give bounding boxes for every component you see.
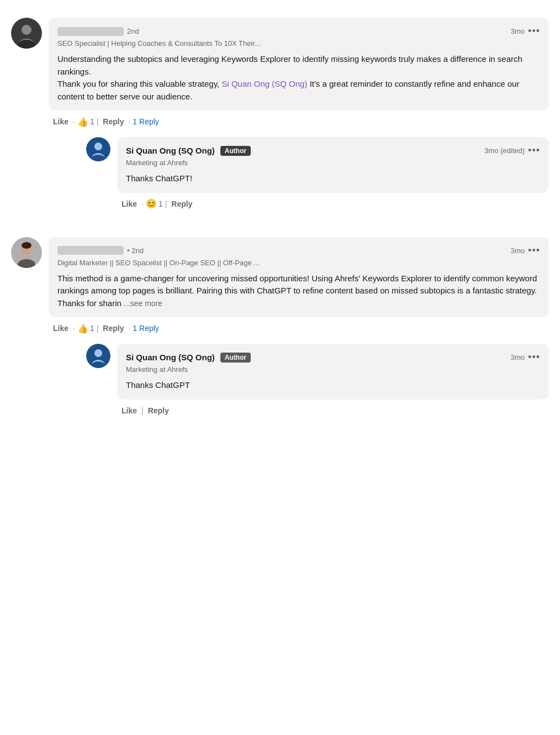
- commenter-name-1: [57, 27, 124, 36]
- timestamp-2: 3mo: [511, 246, 525, 255]
- svg-point-13: [22, 242, 31, 249]
- reply-1-1-bubble: Si Quan Ong (SQ Ong) Author 3mo (edited)…: [117, 137, 549, 193]
- comment-2-body: • 2nd 3mo ••• Digital Marketer || SEO Sp…: [49, 237, 549, 422]
- reaction-count-1: 1: [90, 117, 94, 126]
- comment-text-1: Understanding the subtopics and leveragi…: [57, 53, 540, 103]
- reply-2-1-actions: Like | Reply: [117, 402, 549, 417]
- comments-list: 2nd 3mo ••• SEO Specialist | Helping Coa…: [11, 9, 549, 431]
- reply-1-1: Si Quan Ong (SQ Ong) Author 3mo (edited)…: [86, 130, 549, 215]
- reply-1-1-header: Si Quan Ong (SQ Ong) Author 3mo (edited)…: [126, 145, 540, 156]
- reply-button-1[interactable]: Reply: [101, 116, 126, 127]
- like-button-1[interactable]: Like: [51, 116, 71, 127]
- comment-1-meta: 3mo •••: [511, 25, 540, 37]
- reply-count-1[interactable]: 1 Reply: [133, 117, 159, 126]
- svg-point-15: [94, 349, 102, 357]
- reply-2-1-bubble: Si Quan Ong (SQ Ong) Author 3mo ••• Mark…: [117, 344, 549, 400]
- comment-2-header: • 2nd 3mo •••: [57, 245, 540, 256]
- reaction-emoji-2: 👍: [77, 323, 88, 334]
- author-badge-1-1: Author: [220, 146, 251, 156]
- comment-thread-2: • 2nd 3mo ••• Digital Marketer || SEO Sp…: [11, 228, 549, 431]
- reply-text-1-1: Thanks ChatGPT!: [126, 172, 540, 185]
- see-more-2[interactable]: ...see more: [124, 299, 162, 308]
- reply-1-1-actions: Like · 😊 1 | Reply: [117, 195, 549, 211]
- reaction-reply-1-1: 😊 1: [146, 198, 163, 209]
- headline-2: Digital Marketer || SEO Spacelist || On-…: [57, 259, 540, 267]
- more-options-reply-1-1[interactable]: •••: [528, 145, 540, 156]
- reply-count-2[interactable]: 1 Reply: [133, 324, 159, 333]
- reply-timestamp-1-1: 3mo (edited): [484, 146, 525, 155]
- reply-button-2[interactable]: Reply: [101, 323, 126, 334]
- headline-1: SEO Specialist | Helping Coaches & Consu…: [57, 39, 540, 48]
- reply-headline-2-1: Marketing at Ahrefs: [126, 365, 540, 374]
- comment-2-bubble: • 2nd 3mo ••• Digital Marketer || SEO Sp…: [49, 237, 549, 318]
- avatar-1: [11, 18, 42, 49]
- reaction-2: 👍 1: [77, 323, 94, 334]
- comment-thread-1: 2nd 3mo ••• SEO Specialist | Helping Coa…: [11, 9, 549, 224]
- author-badge-2-1: Author: [220, 353, 251, 363]
- avatar-reply-1-1: [86, 137, 110, 161]
- timestamp-1: 3mo: [511, 27, 525, 35]
- reaction-count-reply-1-1: 1: [159, 200, 163, 208]
- comment-text-2: This method is a game-changer for uncove…: [57, 272, 540, 310]
- replies-2: Si Quan Ong (SQ Ong) Author 3mo ••• Mark…: [86, 337, 549, 422]
- replies-1: Si Quan Ong (SQ Ong) Author 3mo (edited)…: [86, 130, 549, 215]
- like-button-reply-1-1[interactable]: Like: [119, 198, 139, 209]
- mention-1[interactable]: Si Quan Ong (SQ Ong): [221, 79, 307, 88]
- reaction-emoji-reply-1-1: 😊: [146, 198, 157, 209]
- comment-2-meta: 3mo •••: [511, 245, 540, 256]
- more-options-1[interactable]: •••: [528, 25, 540, 37]
- comment-2: • 2nd 3mo ••• Digital Marketer || SEO Sp…: [11, 228, 549, 431]
- reply-2-1-body: Si Quan Ong (SQ Ong) Author 3mo ••• Mark…: [117, 344, 549, 417]
- reply-name-1-1: Si Quan Ong (SQ Ong): [126, 146, 215, 155]
- reaction-emoji-1: 👍: [77, 117, 88, 127]
- like-button-reply-2-1[interactable]: Like: [119, 405, 139, 416]
- reply-name-2-1: Si Quan Ong (SQ Ong): [126, 353, 215, 362]
- degree-badge-1: 2nd: [127, 27, 139, 35]
- comment-1-header: 2nd 3mo •••: [57, 25, 540, 37]
- avatar-2: [11, 237, 42, 268]
- reply-2-1-meta: 3mo •••: [511, 351, 540, 363]
- reply-button-reply-2-1[interactable]: Reply: [146, 405, 171, 416]
- svg-point-6: [94, 143, 102, 150]
- reply-button-reply-1-1[interactable]: Reply: [169, 198, 194, 209]
- reply-2-1: Si Quan Ong (SQ Ong) Author 3mo ••• Mark…: [86, 337, 549, 422]
- reaction-count-2: 1: [90, 324, 94, 333]
- degree-badge-2: • 2nd: [127, 246, 144, 255]
- comment-1-body: 2nd 3mo ••• SEO Specialist | Helping Coa…: [49, 18, 549, 215]
- more-options-reply-2-1[interactable]: •••: [528, 351, 540, 363]
- comment-1-actions: Like · 👍 1 | Reply · 1 Reply: [49, 113, 549, 128]
- reply-headline-1-1: Marketing at Ahrefs: [126, 159, 540, 167]
- reply-1-1-meta: 3mo (edited) •••: [484, 145, 540, 156]
- svg-point-2: [22, 25, 31, 35]
- commenter-name-2: [57, 246, 124, 255]
- reply-text-2-1: Thanks ChatGPT: [126, 379, 540, 392]
- more-options-2[interactable]: •••: [528, 245, 540, 256]
- avatar-reply-2-1: [86, 344, 110, 368]
- comment-1-bubble: 2nd 3mo ••• SEO Specialist | Helping Coa…: [49, 18, 549, 111]
- reply-2-1-header: Si Quan Ong (SQ Ong) Author 3mo •••: [126, 351, 540, 363]
- comment-1: 2nd 3mo ••• SEO Specialist | Helping Coa…: [11, 9, 549, 224]
- comment-2-actions: Like · 👍 1 | Reply · 1 Reply: [49, 319, 549, 335]
- like-button-2[interactable]: Like: [51, 323, 71, 334]
- reply-timestamp-2-1: 3mo: [511, 353, 525, 361]
- reply-1-1-body: Si Quan Ong (SQ Ong) Author 3mo (edited)…: [117, 137, 549, 211]
- reaction-1: 👍 1: [77, 117, 94, 127]
